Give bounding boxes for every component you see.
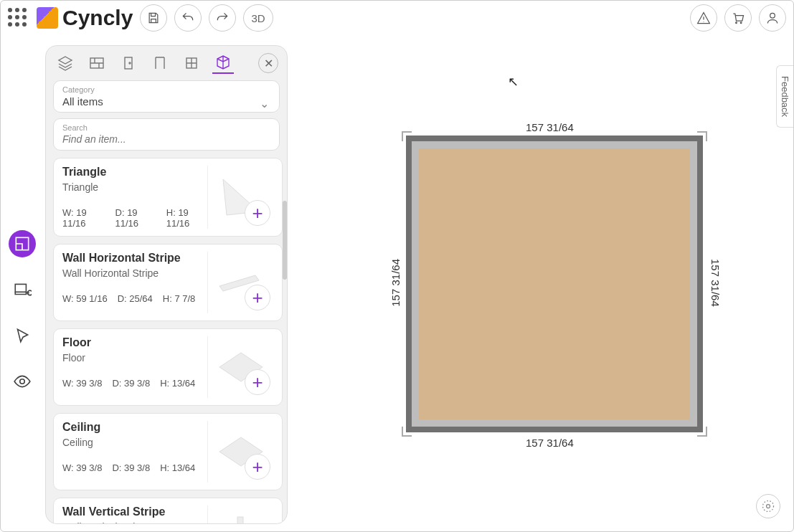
cart-button[interactable] (724, 4, 752, 32)
item-subtitle: Ceiling (62, 437, 207, 448)
svg-rect-8 (237, 517, 243, 523)
feedback-button[interactable]: Feedback (776, 65, 793, 128)
item-subtitle: Wall Horizontal Stripe (62, 267, 207, 279)
svg-point-0 (770, 13, 775, 18)
svg-point-10 (763, 501, 774, 512)
tab-objects-icon[interactable] (212, 52, 234, 74)
list-item[interactable]: Wall Horizontal Stripe Wall Horizontal S… (53, 244, 283, 321)
nav-floorplan-icon[interactable] (9, 230, 36, 257)
nav-add-furniture-icon[interactable] (9, 276, 36, 303)
panel-tabs: ✕ (46, 46, 287, 80)
list-item[interactable]: Ceiling Ceiling W: 39 3/8D: 39 3/8H: 13/… (53, 413, 283, 490)
nav-visibility-icon[interactable] (9, 368, 36, 395)
search-label: Search (62, 123, 270, 132)
redo-button[interactable] (209, 4, 236, 32)
list-item[interactable]: Wall Vertical Stripe Wall Vertical Strip… (53, 498, 283, 523)
item-title: Floor (62, 336, 207, 349)
item-title: Wall Horizontal Stripe (62, 252, 207, 265)
item-thumbnail: + (207, 421, 273, 483)
items-panel: ✕ Category All items ⌄ Search Triangle T… (45, 45, 288, 524)
list-item[interactable]: Triangle Triangle W: 19 11/16D: 19 11/16… (53, 158, 283, 237)
dimension-bottom: 157 31/64 (524, 437, 575, 449)
app-menu-icon[interactable] (8, 8, 29, 28)
svg-point-3 (20, 379, 25, 384)
tab-windows-icon[interactable] (181, 52, 202, 74)
items-list[interactable]: Triangle Triangle W: 19 11/16D: 19 11/16… (46, 158, 287, 523)
item-title: Ceiling (62, 421, 207, 434)
tab-layers-icon[interactable] (55, 52, 76, 74)
item-thumbnail: + (207, 336, 273, 398)
dimension-top: 157 31/64 (524, 121, 575, 133)
svg-point-9 (767, 505, 770, 508)
room-plan[interactable] (406, 136, 703, 432)
dimension-right: 157 31/64 (708, 259, 723, 307)
save-button[interactable] (140, 4, 167, 32)
svg-rect-2 (15, 284, 26, 292)
view-control-button[interactable] (756, 494, 780, 518)
dimension-left: 157 31/64 (388, 259, 403, 307)
tab-openings-icon[interactable] (149, 52, 171, 74)
undo-button[interactable] (174, 4, 202, 32)
left-nav (6, 230, 38, 395)
category-select[interactable]: Category All items ⌄ (53, 80, 280, 113)
search-field[interactable]: Search (53, 118, 280, 151)
tab-doors-icon[interactable] (118, 52, 139, 74)
add-item-button[interactable]: + (245, 454, 270, 480)
item-thumbnail: + (207, 166, 273, 229)
scrollbar[interactable] (283, 201, 287, 280)
panel-close-button[interactable]: ✕ (258, 53, 278, 73)
item-subtitle: Triangle (62, 181, 207, 193)
nav-select-icon[interactable] (9, 322, 36, 349)
add-item-button[interactable]: + (245, 369, 270, 395)
tab-walls-icon[interactable] (86, 52, 108, 74)
item-thumbnail: + (207, 252, 273, 313)
category-label: Category (62, 85, 270, 94)
category-value: All items (62, 95, 270, 108)
list-item[interactable]: Floor Floor W: 39 3/8D: 39 3/8H: 13/64 + (53, 328, 283, 406)
top-toolbar: Cyncly 3D (1, 1, 793, 35)
chevron-down-icon: ⌄ (260, 97, 269, 110)
logo-mark-icon (37, 7, 58, 29)
search-input[interactable] (62, 133, 270, 145)
item-thumbnail (207, 505, 273, 523)
add-item-button[interactable]: + (245, 285, 270, 310)
item-subtitle: Floor (62, 352, 207, 364)
svg-point-6 (129, 62, 131, 64)
item-title: Wall Vertical Stripe (62, 505, 207, 518)
brand-logo: Cyncly (37, 6, 133, 30)
add-item-button[interactable]: + (245, 200, 270, 226)
warnings-button[interactable] (690, 4, 717, 32)
view-3d-button[interactable]: 3D (243, 4, 273, 32)
design-canvas[interactable]: 157 31/64 157 31/64 157 31/64 157 31/64 (302, 44, 786, 524)
item-title: Triangle (62, 166, 207, 179)
brand-name: Cyncly (62, 6, 133, 30)
user-button[interactable] (759, 4, 786, 32)
item-subtitle: Wall Vertical Stripe (62, 521, 207, 523)
